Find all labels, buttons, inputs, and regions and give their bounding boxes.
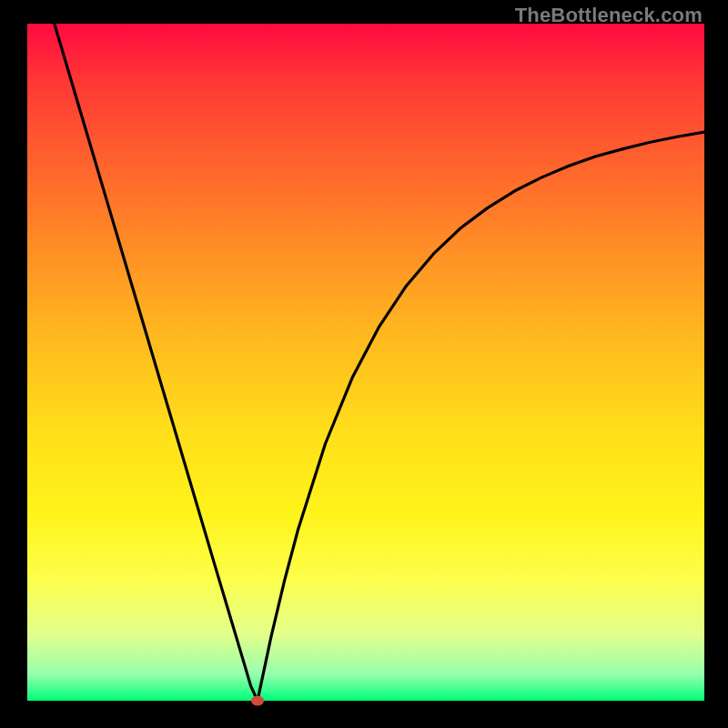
chart-frame: TheBottleneck.com <box>0 0 728 728</box>
bottleneck-curve <box>27 24 704 701</box>
curve-right <box>258 132 704 701</box>
minimum-marker <box>251 696 264 706</box>
plot-area <box>27 24 704 701</box>
curve-left <box>55 24 258 701</box>
